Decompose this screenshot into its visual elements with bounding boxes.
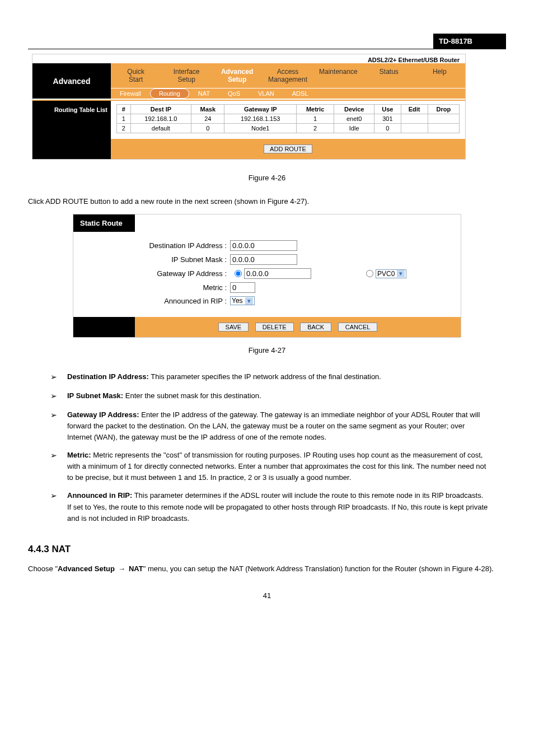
router-ui-figure-4-26: ADSL2/2+ Ethernet/USB Router Advanced Qu…: [32, 54, 466, 160]
dest-ip-label: Destination IP Address :: [73, 241, 230, 250]
caption1-description: Click ADD ROUTE button to add a new rout…: [28, 196, 506, 207]
page-number: 41: [28, 591, 506, 600]
tab-maintenance[interactable]: Maintenance: [313, 63, 364, 88]
table-row: 1 192.168.1.0 24 192.168.1.153 1 enet0 3…: [117, 114, 460, 124]
list-item: ➢ Gateway IP Address: Enter the IP addre…: [50, 409, 506, 443]
bullet-icon: ➢: [50, 409, 67, 443]
list-item: ➢ Metric: Metric represents the "cost" o…: [50, 450, 506, 483]
routing-table: # Dest IP Mask Gateway IP Metric Device …: [116, 104, 460, 133]
tab-interface-setup[interactable]: InterfaceSetup: [161, 63, 212, 88]
gateway-ip-radio[interactable]: [235, 270, 242, 277]
metric-input[interactable]: [230, 282, 255, 293]
bullet-icon: ➢: [50, 450, 67, 483]
tab-access-management[interactable]: AccessManagement: [263, 63, 313, 88]
subtab-firewall[interactable]: Firewall: [111, 88, 150, 99]
figure-4-26-caption: Figure 4-26: [28, 174, 506, 182]
subnet-mask-input[interactable]: [230, 254, 297, 265]
tab-quick-start[interactable]: QuickStart: [111, 63, 161, 88]
subtab-nat[interactable]: NAT: [189, 88, 219, 99]
chevron-down-icon: ▾: [245, 297, 253, 305]
chevron-down-icon: ▾: [397, 270, 405, 277]
subtab-routing[interactable]: Routing: [150, 88, 189, 99]
sub-nav: Firewall Routing NAT QoS VLAN ADSL: [111, 88, 465, 99]
subnet-mask-label: IP Subnet Mask :: [73, 255, 230, 264]
gateway-ip-label: Gateway IP Address :: [73, 269, 230, 278]
page-header: TD-8817B: [28, 34, 506, 49]
bullet-list: ➢ Destination IP Address: This parameter…: [50, 371, 506, 524]
add-route-button[interactable]: ADD ROUTE: [264, 144, 312, 153]
metric-label: Metric :: [73, 283, 230, 292]
nat-heading: 4.4.3 NAT: [28, 544, 506, 555]
top-nav: QuickStart InterfaceSetup AdvancedSetup …: [111, 63, 465, 88]
bullet-icon: ➢: [50, 490, 67, 524]
list-item: ➢ IP Subnet Mask: Enter the subnet mask …: [50, 390, 506, 403]
tab-help[interactable]: Help: [415, 63, 465, 88]
back-button[interactable]: BACK: [300, 323, 331, 332]
pvc-select[interactable]: PVC0▾: [376, 269, 406, 278]
static-route-title: Static Route: [73, 214, 135, 232]
table-row: 2 default 0 Node1 2 Idle 0: [117, 124, 460, 133]
announced-rip-select[interactable]: Yes▾: [230, 296, 255, 305]
save-button[interactable]: SAVE: [218, 323, 249, 332]
arrow-icon: →: [118, 563, 125, 575]
list-item: ➢ Announced in RIP: This parameter deter…: [50, 490, 506, 524]
nat-paragraph: Choose "Advanced Setup→NAT" menu, you ca…: [28, 563, 506, 575]
model-label: TD-8817B: [433, 34, 506, 49]
routing-table-list-label: Routing Table List: [32, 101, 111, 139]
section-title: Advanced: [32, 63, 111, 99]
gateway-pvc-radio[interactable]: [366, 270, 373, 277]
table-header-row: # Dest IP Mask Gateway IP Metric Device …: [117, 105, 460, 114]
cancel-button[interactable]: CANCEL: [338, 323, 378, 332]
bullet-icon: ➢: [50, 390, 67, 403]
device-type-label: ADSL2/2+ Ethernet/USB Router: [32, 54, 465, 63]
subtab-qos[interactable]: QoS: [219, 88, 249, 99]
static-route-form-figure: Static Route Destination IP Address : IP…: [73, 214, 461, 338]
delete-button[interactable]: DELETE: [255, 323, 294, 332]
gateway-ip-input[interactable]: [244, 268, 311, 279]
bullet-icon: ➢: [50, 371, 67, 384]
tab-status[interactable]: Status: [364, 63, 414, 88]
subtab-vlan[interactable]: VLAN: [249, 88, 283, 99]
figure-4-27-caption: Figure 4-27: [28, 346, 506, 354]
subtab-adsl[interactable]: ADSL: [283, 88, 317, 99]
dest-ip-input[interactable]: [230, 240, 297, 251]
announced-rip-label: Announced in RIP :: [73, 297, 230, 305]
list-item: ➢ Destination IP Address: This parameter…: [50, 371, 506, 384]
tab-advanced-setup[interactable]: AdvancedSetup: [212, 63, 263, 88]
